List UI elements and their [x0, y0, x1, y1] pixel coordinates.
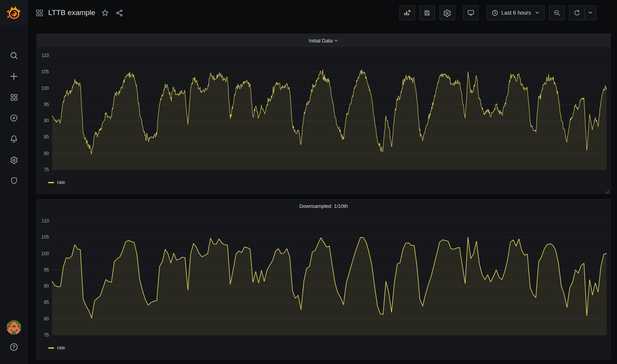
panel-header-initial-data[interactable]: Initial Data: [37, 34, 610, 47]
panel-resize-handle[interactable]: [605, 189, 609, 192]
gear-icon: [443, 9, 451, 17]
svg-text:80: 80: [44, 151, 49, 156]
svg-text:100: 100: [41, 251, 49, 256]
svg-text:75: 75: [44, 167, 49, 172]
plus-icon: [10, 72, 18, 81]
panel-initial-data: Initial Data 7580859095100105110 rate: [36, 34, 611, 194]
sidebar-item-dashboards[interactable]: [8, 92, 19, 103]
star-dashboard-button[interactable]: [101, 9, 109, 17]
gear-icon: [10, 156, 18, 164]
sidebar-item-alerting[interactable]: [8, 133, 19, 144]
clock-icon: [492, 10, 498, 16]
save-dashboard-button[interactable]: [420, 5, 435, 20]
svg-text:85: 85: [44, 300, 49, 305]
svg-text:105: 105: [41, 234, 49, 240]
avatar-icon: [7, 320, 21, 335]
legend-series-dash: [48, 182, 54, 183]
zoom-out-button[interactable]: [549, 5, 565, 20]
svg-text:95: 95: [44, 102, 49, 107]
panel-header-downsampled[interactable]: Downsampled: 1/10th: [37, 199, 610, 212]
grafana-logo-icon: [6, 5, 22, 21]
svg-text:110: 110: [42, 53, 49, 58]
time-range-picker[interactable]: Last 6 hours: [487, 5, 545, 20]
add-panel-button[interactable]: [400, 5, 415, 20]
bell-icon: [10, 135, 18, 143]
sidebar-top: [8, 50, 19, 186]
panel-downsampled: Downsampled: 1/10th 7580859095100105110 …: [36, 199, 611, 359]
legend-series-dash: [48, 347, 54, 349]
monitor-icon: [467, 9, 474, 16]
cycle-view-button[interactable]: [463, 5, 479, 20]
breadcrumb[interactable]: LTTB example: [35, 8, 95, 17]
svg-text:110: 110: [42, 218, 49, 224]
sidebar-item-create[interactable]: [8, 71, 19, 82]
save-icon: [424, 10, 430, 16]
sidebar-item-search[interactable]: [8, 50, 19, 61]
svg-text:95: 95: [44, 267, 49, 273]
sidebar-bottom: ?: [7, 320, 21, 352]
sidebar: ?: [0, 0, 28, 364]
timeseries-chart[interactable]: 7580859095100105110: [37, 212, 610, 341]
main-area: LTTB example Last 6 hours Initial Data 7…: [28, 0, 617, 364]
sidebar-item-explore[interactable]: [8, 113, 19, 123]
top-nav: LTTB example Last 6 hours: [28, 0, 617, 25]
sidebar-item-configuration[interactable]: [8, 154, 19, 165]
dashboard-grid: Initial Data 7580859095100105110 rate Do…: [28, 25, 617, 359]
panel-title: Downsampled: 1/10th: [299, 203, 348, 209]
dashboard-toolbar: Last 6 hours: [400, 5, 596, 20]
sidebar-item-profile[interactable]: [7, 320, 21, 335]
sidebar-item-help[interactable]: ?: [8, 342, 19, 352]
refresh-icon: [574, 10, 580, 16]
chevron-down-icon: [535, 10, 539, 15]
dashboard-settings-button[interactable]: [440, 5, 455, 20]
svg-text:100: 100: [41, 86, 49, 91]
svg-text:90: 90: [44, 283, 49, 289]
share-icon: [116, 9, 123, 17]
svg-text:85: 85: [44, 134, 49, 140]
panel-add-icon: [404, 9, 411, 16]
svg-text:?: ?: [12, 344, 15, 350]
search-minus-icon: [554, 10, 560, 16]
refresh-button[interactable]: [569, 5, 585, 20]
star-icon: [101, 9, 109, 17]
legend[interactable]: rate: [37, 176, 610, 194]
refresh-picker: [569, 5, 596, 20]
search-icon: [10, 51, 18, 60]
title-actions: [101, 9, 123, 17]
grafana-logo[interactable]: [0, 0, 28, 25]
legend-series-label[interactable]: rate: [57, 180, 65, 185]
help-icon: ?: [9, 342, 19, 352]
timeseries-chart[interactable]: 7580859095100105110: [37, 47, 610, 176]
time-range-label: Last 6 hours: [501, 10, 531, 16]
apps-icon: [10, 93, 18, 101]
chevron-down-icon: [588, 10, 593, 15]
panel-menu-chevron-icon[interactable]: [334, 39, 338, 43]
share-dashboard-button[interactable]: [116, 9, 123, 17]
page-title[interactable]: LTTB example: [48, 8, 95, 17]
panel-title: Initial Data: [309, 38, 332, 44]
svg-text:75: 75: [44, 332, 49, 338]
svg-text:80: 80: [44, 316, 49, 322]
compass-icon: [10, 114, 18, 122]
apps-grid-icon: [35, 9, 44, 17]
refresh-interval-dropdown[interactable]: [585, 5, 596, 20]
legend[interactable]: rate: [37, 341, 610, 359]
svg-text:90: 90: [44, 118, 49, 123]
sidebar-item-server-admin[interactable]: [8, 175, 19, 186]
legend-series-label[interactable]: rate: [57, 345, 65, 351]
svg-text:105: 105: [41, 69, 49, 74]
shield-icon: [10, 177, 18, 185]
